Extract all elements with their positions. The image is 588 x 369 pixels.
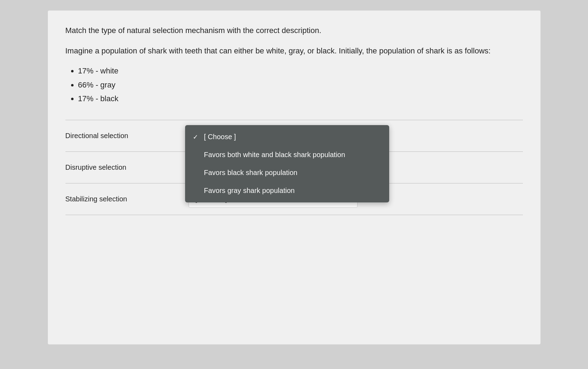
list-item-white: 17% - white: [78, 64, 523, 78]
selection-table: Directional selection ✓ [ Choose ] Favor…: [65, 120, 523, 215]
directional-label: Directional selection: [65, 125, 185, 147]
description-text: Imagine a population of shark with teeth…: [65, 45, 523, 57]
instructions-text: Match the type of natural selection mech…: [65, 25, 523, 36]
dropdown-option-gray[interactable]: Favors gray shark population: [185, 182, 389, 200]
dropdown-option-choose[interactable]: ✓ [ Choose ]: [185, 128, 389, 146]
disruptive-label: Disruptive selection: [65, 156, 185, 179]
main-card: Match the type of natural selection mech…: [48, 11, 540, 344]
population-list: 17% - white 66% - gray 17% - black: [65, 64, 523, 106]
table-row-directional: Directional selection ✓ [ Choose ] Favor…: [65, 120, 523, 152]
dropdown-option-both[interactable]: Favors both white and black shark popula…: [185, 146, 389, 164]
stabilizing-label: Stabilizing selection: [65, 188, 185, 210]
dropdown-option-black[interactable]: Favors black shark population: [185, 164, 389, 182]
list-item-gray: 66% - gray: [78, 78, 523, 92]
list-item-black: 17% - black: [78, 92, 523, 106]
check-icon: ✓: [193, 133, 201, 141]
directional-dropdown-menu[interactable]: ✓ [ Choose ] Favors both white and black…: [185, 125, 389, 202]
directional-control: ✓ [ Choose ] Favors both white and black…: [185, 129, 523, 143]
